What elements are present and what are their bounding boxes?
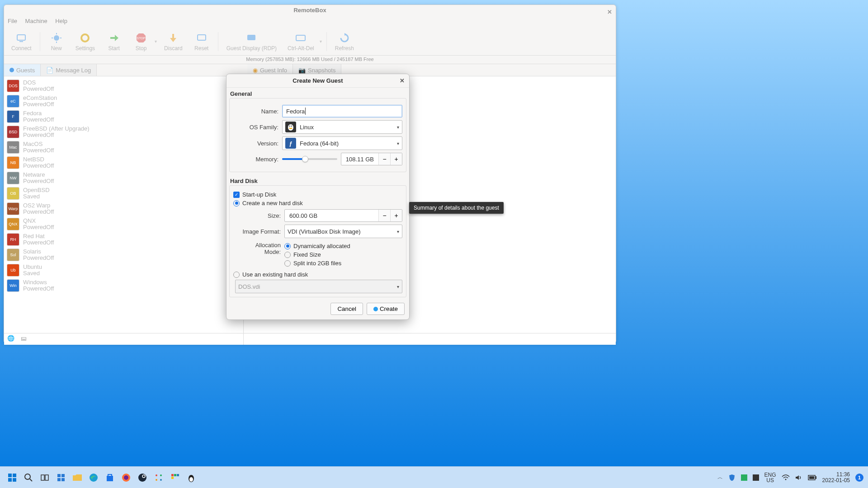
guest-list-item[interactable]: F FedoraPoweredOff: [6, 109, 241, 124]
firefox-icon[interactable]: [120, 472, 132, 483]
menu-machine[interactable]: Machine: [25, 18, 47, 24]
tab-guests[interactable]: Guests: [4, 64, 41, 76]
existing-disk-select[interactable]: DOS.vdi ▾: [235, 280, 402, 293]
tray-battery-icon[interactable]: [808, 475, 817, 480]
cancel-button[interactable]: Cancel: [330, 303, 363, 315]
menu-file[interactable]: File: [8, 18, 17, 24]
guest-list-item[interactable]: DOS DOSPoweredOff: [6, 78, 241, 94]
tray-wifi-icon[interactable]: [782, 474, 790, 481]
toolbar-ctrl-alt-del[interactable]: Ctrl-Alt-Del: [282, 30, 320, 53]
dialog-close-button[interactable]: ✕: [400, 77, 405, 84]
start-button[interactable]: [6, 472, 18, 483]
size-increment-button[interactable]: +: [390, 210, 402, 221]
startup-disk-checkbox[interactable]: ✓ Start-up Disk: [233, 191, 402, 198]
toolbar-connect[interactable]: Connect: [6, 30, 37, 53]
memory-increment-button[interactable]: +: [390, 153, 402, 165]
size-spinbox[interactable]: 600.00 GB − +: [284, 209, 402, 222]
app-launcher-icon[interactable]: [153, 472, 165, 483]
guest-name: Solaris: [23, 249, 54, 255]
dialog-titlebar[interactable]: Create New Guest ✕: [226, 74, 409, 88]
tray-monitor-icon[interactable]: [753, 474, 759, 481]
toolbar-discard[interactable]: Discard: [159, 30, 188, 53]
guest-list-item[interactable]: NW NetwarePoweredOff: [6, 170, 241, 186]
tray-chevron-icon[interactable]: ︿: [717, 474, 723, 481]
guest-list-item[interactable]: Ub UbuntuSaved: [6, 263, 241, 278]
guest-list[interactable]: DOS DOSPoweredOffeC eComStationPoweredOf…: [4, 76, 243, 345]
memory-decrement-button[interactable]: −: [378, 153, 390, 165]
use-existing-disk-radio[interactable]: Use an existing hard disk: [233, 271, 402, 278]
task-view-icon[interactable]: [39, 472, 51, 483]
guest-list-item[interactable]: NB NetBSDPoweredOff: [6, 155, 241, 170]
osfamily-select[interactable]: Linux ▾: [282, 120, 402, 134]
store-icon[interactable]: [104, 472, 116, 483]
guest-state: PoweredOff: [23, 286, 54, 292]
toolbar-settings[interactable]: Settings: [70, 30, 100, 53]
size-decrement-button[interactable]: −: [378, 210, 390, 221]
guest-list-item[interactable]: Sol SolarisPoweredOff: [6, 247, 241, 263]
image-format-select[interactable]: VDI (VirtualBox Disk Image) ▾: [284, 225, 402, 238]
menu-help[interactable]: Help: [55, 18, 67, 24]
steam-icon[interactable]: [137, 472, 148, 483]
svg-rect-39: [171, 474, 174, 476]
memory-slider[interactable]: [282, 158, 337, 160]
guest-list-item[interactable]: Warp OS2 WarpPoweredOff: [6, 201, 241, 216]
toolbar-start[interactable]: Start: [100, 30, 127, 53]
create-guest-dialog: Create New Guest ✕ General Name: Fedora …: [226, 74, 410, 320]
image-format-label: Image Format:: [242, 228, 281, 235]
tray-language[interactable]: ENG US: [764, 472, 776, 483]
toolbar-reset[interactable]: Reset: [188, 30, 215, 53]
stop-dropdown-arrow-icon[interactable]: ▾: [155, 39, 159, 44]
guest-list-item[interactable]: QNX QNXPoweredOff: [6, 216, 241, 232]
toolbar-stop[interactable]: STOP Stop: [127, 30, 155, 53]
widgets-icon[interactable]: [55, 472, 67, 483]
size-label: Size:: [242, 212, 281, 219]
create-new-disk-radio[interactable]: Create a new hard disk: [233, 200, 402, 206]
guest-os-icon: Sol: [7, 249, 19, 261]
version-select[interactable]: ƒ Fedora (64-bit) ▾: [282, 136, 402, 150]
text-cursor: [305, 108, 306, 115]
radio-selected-icon: [233, 200, 240, 206]
svg-rect-30: [107, 476, 113, 481]
window-titlebar[interactable]: RemoteBox ✕: [4, 5, 616, 16]
tray-shield-icon[interactable]: [728, 474, 736, 481]
svg-point-47: [785, 479, 786, 480]
alloc-fixed-radio[interactable]: Fixed Size: [284, 251, 350, 258]
color-picker-icon[interactable]: [169, 472, 181, 483]
guest-state: PoweredOff: [23, 117, 54, 123]
svg-point-32: [124, 475, 128, 480]
tray-notifications-icon[interactable]: 1: [855, 474, 863, 482]
arrow-down-icon: [167, 32, 179, 44]
guest-list-item[interactable]: eC eComStationPoweredOff: [6, 94, 241, 109]
toolbar-guest-display[interactable]: Guest Display (RDP): [221, 30, 282, 53]
tray-app-icon[interactable]: [741, 474, 747, 481]
cad-dropdown-arrow-icon[interactable]: ▾: [320, 39, 324, 44]
svg-rect-41: [177, 474, 179, 476]
guest-name: Red Hat: [23, 233, 54, 239]
edge-icon[interactable]: [88, 472, 99, 483]
memory-spinbox[interactable]: 108.11 GB − +: [341, 153, 402, 165]
stop-icon: STOP: [135, 32, 147, 44]
search-icon[interactable]: [23, 472, 34, 483]
guest-state: PoweredOff: [23, 209, 54, 215]
terminal-penguin-icon[interactable]: [185, 472, 197, 483]
svg-rect-50: [809, 476, 814, 479]
window-close-button[interactable]: ✕: [607, 7, 612, 18]
file-explorer-icon[interactable]: [71, 472, 83, 483]
tab-message-log[interactable]: 📄 Message Log: [41, 64, 97, 76]
svg-point-33: [138, 474, 146, 482]
toolbar-new[interactable]: New: [43, 30, 70, 53]
tray-clock[interactable]: 11:36 2022-01-05: [822, 472, 850, 483]
tray-volume-icon[interactable]: [795, 474, 802, 481]
create-button[interactable]: Create: [367, 303, 405, 315]
display-icon: [245, 32, 258, 44]
windows-taskbar[interactable]: ︿ ENG US 11:36 2022-01-05 1: [0, 466, 868, 488]
alloc-split-radio[interactable]: Split into 2GB files: [284, 260, 350, 267]
guest-list-item[interactable]: RH Red HatPoweredOff: [6, 232, 241, 247]
guest-list-item[interactable]: OB OpenBSDSaved: [6, 186, 241, 201]
guest-list-item[interactable]: Mac MacOSPoweredOff: [6, 140, 241, 155]
guest-list-item[interactable]: BSD FreeBSD (After Upgrade)PoweredOff: [6, 124, 241, 140]
alloc-dynamic-radio[interactable]: Dynamically allocated: [284, 243, 350, 249]
toolbar-refresh[interactable]: Refresh: [330, 30, 359, 53]
guest-list-item[interactable]: Win WindowsPoweredOff: [6, 278, 241, 293]
name-input[interactable]: Fedora: [282, 105, 402, 117]
